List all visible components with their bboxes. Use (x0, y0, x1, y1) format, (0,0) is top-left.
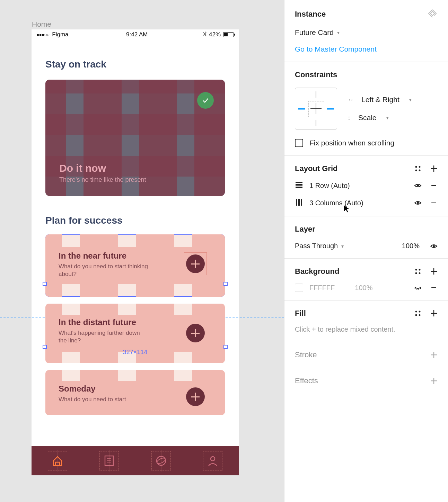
svg-rect-19 (301, 199, 302, 206)
clock: 9:42 AM (71, 31, 203, 38)
svg-point-20 (417, 202, 419, 204)
instance-section: Instance Future Card ▾ Go to Master Comp… (284, 0, 448, 62)
goto-master-link[interactable]: Go to Master Component (295, 45, 438, 53)
columns-icon (295, 198, 303, 208)
fill-mixed-hint: Click + to replace mixed content. (295, 325, 438, 333)
section-title-plan: Plan for success (45, 215, 225, 226)
svg-point-23 (419, 269, 421, 271)
fix-position-label: Fix position when scrolling (309, 139, 394, 147)
add-button[interactable] (186, 254, 205, 273)
svg-rect-14 (296, 184, 302, 186)
future-card-distant[interactable]: In the distant future What's happening f… (45, 304, 225, 363)
checkmark-badge[interactable] (197, 92, 214, 109)
tab-explore-icon[interactable] (155, 455, 167, 467)
add-grid-icon[interactable] (430, 165, 438, 172)
visibility-hidden-icon[interactable] (414, 284, 422, 292)
horizontal-constraint-select[interactable]: ↔ Left & Right ▾ (348, 96, 412, 104)
remove-background-icon[interactable]: − (430, 284, 438, 292)
bluetooth-icon (203, 31, 207, 38)
future-card-title: Someday (59, 384, 149, 394)
phone-frame[interactable]: ●●●○○ Figma 9:42 AM 42% Stay on track (32, 29, 239, 475)
layout-grid-title: Layout Grid (295, 164, 337, 173)
svg-rect-15 (296, 187, 302, 188)
chevron-down-icon: ▾ (341, 243, 344, 249)
svg-rect-13 (296, 182, 302, 183)
background-swatch[interactable] (295, 284, 303, 292)
blend-mode-select[interactable]: Pass Through ▾ (295, 242, 344, 250)
add-button[interactable] (186, 324, 205, 342)
grid-row-item[interactable]: 3 Columns (Auto) − (295, 198, 438, 208)
layout-grid-section: Layout Grid 1 Row (Auto) (284, 156, 448, 216)
future-card-someday[interactable]: Someday What do you need to start (45, 370, 225, 415)
vertical-constraint-select[interactable]: ↕ Scale ▾ (348, 114, 412, 122)
svg-point-10 (419, 170, 421, 171)
hero-title: Do it now (59, 162, 146, 174)
grid-row-item[interactable]: 1 Row (Auto) − (295, 181, 438, 190)
fill-title: Fill (295, 309, 306, 318)
svg-point-32 (415, 311, 417, 313)
constraints-title: Constraints (295, 70, 438, 79)
chevron-down-icon: ▾ (337, 30, 340, 35)
svg-line-28 (415, 288, 415, 289)
svg-point-9 (415, 170, 417, 171)
add-effect-icon[interactable] (430, 377, 438, 385)
styles-icon[interactable] (414, 268, 422, 275)
design-canvas[interactable]: Home ●●●○○ Figma 9:42 AM 42% Stay on tr (0, 0, 284, 502)
styles-icon[interactable] (414, 165, 422, 172)
section-title-stay: Stay on track (45, 59, 225, 70)
svg-point-33 (419, 311, 421, 313)
visibility-toggle-icon[interactable] (414, 199, 422, 207)
add-stroke-icon[interactable] (430, 351, 438, 359)
background-section: Background FFFFFF 100% − (284, 259, 448, 301)
horizontal-arrow-icon: ↔ (348, 96, 354, 104)
background-hex-input[interactable]: FFFFFF (309, 284, 335, 292)
constraint-diagram[interactable] (295, 88, 337, 130)
layer-title: Layer (295, 225, 438, 234)
svg-point-22 (415, 269, 417, 271)
properties-panel: Instance Future Card ▾ Go to Master Comp… (284, 0, 448, 502)
svg-point-25 (419, 272, 421, 274)
remove-grid-icon[interactable]: − (430, 182, 438, 189)
stroke-title: Stroke (295, 350, 317, 359)
tab-bar (32, 446, 239, 475)
effects-title: Effects (295, 376, 318, 385)
reset-instance-icon[interactable] (427, 8, 438, 20)
layer-visibility-icon[interactable] (430, 242, 438, 250)
effects-section: Effects (284, 368, 448, 394)
svg-line-29 (420, 288, 421, 289)
svg-line-31 (419, 289, 419, 290)
tab-home-icon[interactable] (51, 455, 64, 467)
signal-icon: ●●●○○ (36, 32, 49, 37)
svg-point-7 (415, 166, 417, 168)
instance-component-name: Future Card (295, 28, 334, 37)
add-button[interactable] (186, 387, 205, 406)
svg-point-8 (419, 166, 421, 168)
future-card-title: In the near future (59, 251, 149, 261)
tab-list-icon[interactable] (103, 455, 115, 467)
background-opacity-input[interactable]: 100% (355, 284, 372, 292)
remove-grid-icon[interactable]: − (430, 199, 438, 207)
instance-component-select[interactable]: Future Card ▾ (295, 28, 438, 37)
carrier-label: Figma (52, 31, 68, 38)
layer-section: Layer Pass Through ▾ 100% (284, 216, 448, 259)
future-card-near[interactable]: In the near future What do you need to s… (45, 234, 225, 297)
background-title: Background (295, 267, 339, 276)
fix-position-checkbox[interactable] (295, 139, 303, 147)
styles-icon[interactable] (414, 310, 422, 317)
tab-profile-icon[interactable] (207, 455, 219, 467)
add-background-icon[interactable] (430, 268, 438, 275)
hero-subtitle: There's no time like the present (59, 176, 146, 183)
layer-opacity-input[interactable]: 100% (402, 242, 420, 250)
svg-point-24 (415, 272, 417, 274)
add-fill-icon[interactable] (430, 310, 438, 317)
svg-rect-17 (296, 199, 297, 206)
frame-label[interactable]: Home (32, 20, 51, 28)
hero-card[interactable]: Do it now There's no time like the prese… (45, 80, 225, 196)
vertical-arrow-icon: ↕ (348, 114, 351, 122)
status-bar: ●●●○○ Figma 9:42 AM 42% (32, 29, 239, 40)
visibility-toggle-icon[interactable] (414, 182, 422, 189)
fill-section: Fill Click + to replace mixed content. (284, 301, 448, 342)
fix-position-checkbox-row[interactable]: Fix position when scrolling (295, 139, 438, 147)
future-card-subtitle: What's happening further down the line? (59, 329, 149, 344)
svg-point-16 (417, 185, 419, 187)
